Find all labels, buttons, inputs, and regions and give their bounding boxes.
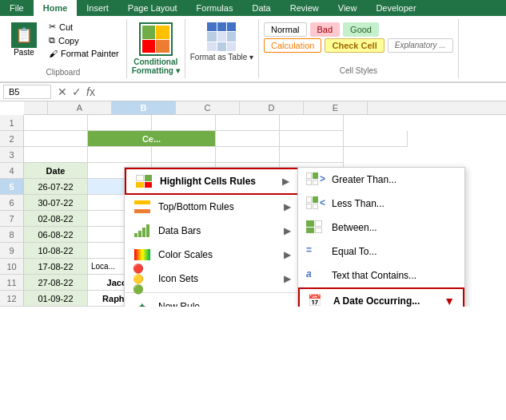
between-icon [306,220,325,235]
cf-menu-newrule[interactable]: ✦ New Rule... [125,295,299,307]
explanatory-style[interactable]: Explanatory ... [388,38,453,53]
topbottom-icon [133,200,152,214]
cell-c3[interactable] [152,147,216,163]
paste-button[interactable]: 📋 Paste [5,21,43,59]
cell-d3[interactable] [216,147,280,163]
tab-home[interactable]: Home [34,0,78,16]
tab-insert[interactable]: Insert [77,0,118,16]
row-header-9: 9 [0,243,24,259]
submenu-date-occurring[interactable]: 📅 A Date Occurring... ▼ [298,287,464,307]
cf-icon [139,22,173,56]
name-box[interactable] [3,85,51,99]
cell-a8[interactable]: 06-08-22 [24,227,88,243]
format-painter-button[interactable]: 🖌 Format Painter [46,48,122,59]
highlight-cells-label: Highlight Cells Rules [160,176,256,187]
function-icon[interactable]: fx [86,85,95,98]
submenu-text-contains[interactable]: a Text that Contains... [298,263,464,287]
cell-e1[interactable] [280,115,344,131]
styles-group: Normal Bad Good Calculation Check Cell E… [259,19,459,78]
submenu-greater-than[interactable]: > Greater Than... [298,168,464,192]
format-as-table-button[interactable]: Format as Table ▾ [185,19,259,78]
tab-file[interactable]: File [0,0,34,16]
formula-input[interactable] [102,87,503,97]
equal-to-label: Equal To... [332,246,377,257]
cell-a3[interactable] [24,147,88,163]
cf-menu-highlight-cells[interactable]: Highlight Cells Rules ▶ [125,168,299,195]
submenu-between[interactable]: Between... [298,216,464,240]
row-header-2: 2 [0,131,24,147]
cell-d1[interactable] [216,115,280,131]
copy-icon: ⧉ [49,35,55,46]
cell-a9[interactable]: 10-08-22 [24,243,88,259]
cell-e2[interactable] [344,131,408,147]
cell-a10[interactable]: 17-08-22 [24,259,88,275]
copy-button[interactable]: ⧉ Copy [46,34,122,46]
cell-a5[interactable]: 26-07-22 [24,179,88,195]
cell-a12[interactable]: 01-09-22 [24,291,88,307]
calculation-style[interactable]: Calculation [264,38,321,53]
cell-c2[interactable] [216,131,280,147]
tab-view[interactable]: View [329,0,367,16]
tab-developer[interactable]: Developer [366,0,425,16]
normal-style[interactable]: Normal [264,22,306,37]
colorscales-label: Color Scales [158,249,213,260]
col-header-d: D [240,101,304,114]
highlight-cells-arrow: ▶ [282,176,289,187]
cell-c1[interactable] [152,115,216,131]
iconsets-arrow: ▶ [284,273,291,284]
submenu-less-than[interactable]: < Less Than... [298,192,464,216]
cell-e3[interactable] [280,147,344,163]
colorscales-icon [133,248,152,262]
colorscale-preview [134,249,150,260]
cell-b2[interactable]: Ce... [88,131,216,147]
topbottom-label: Top/Bottom Rules [158,201,234,212]
clipboard-group: 📋 Paste ✂ Cut ⧉ Copy 🖌 Format Painter [0,19,127,78]
formula-bar: ✕ ✓ fx [0,83,506,101]
paint-brush-icon: 🖌 [49,49,58,58]
cf-label: ConditionalFormatting ▾ [132,57,180,75]
row-header-1: 1 [0,115,24,131]
cf-submenu[interactable]: > Greater Than... < [297,167,465,307]
date-occurring-label: A Date Occurring... [333,295,420,307]
cell-b3[interactable] [88,147,152,163]
cell-a7[interactable]: 02-08-22 [24,211,88,227]
cell-a2[interactable] [24,131,88,147]
tab-page-layout[interactable]: Page Layout [118,0,187,16]
cell-a11[interactable]: 27-08-22 [24,275,88,291]
row-header-10: 10 [0,259,24,275]
good-style[interactable]: Good [343,22,379,37]
fat-label-text: Format as Table [190,53,248,61]
cut-button[interactable]: ✂ Cut [46,21,122,33]
confirm-icon[interactable]: ✓ [72,85,82,98]
tab-review[interactable]: Review [281,0,329,16]
cf-menu-iconsets[interactable]: 🔴🟡🟢 Icon Sets ▶ [125,267,299,291]
bad-style[interactable]: Bad [310,22,341,37]
greater-than-label: Greater Than... [332,174,396,185]
cell-d2[interactable] [280,131,344,147]
cf-dropdown-menu[interactable]: Highlight Cells Rules ▶ Top/Bottom Rules… [124,167,300,307]
cell-a1[interactable] [24,115,88,131]
less-than-icon: < [306,196,325,211]
cell-b1[interactable] [88,115,152,131]
cell-a4[interactable]: Date [24,163,88,179]
colorscales-arrow: ▶ [284,249,291,260]
check-cell-style[interactable]: Check Cell [325,38,384,53]
fat-arrow: ▾ [249,53,253,61]
styles-label: Cell Styles [264,66,453,75]
iconsets-label: Icon Sets [158,273,198,284]
cf-menu-databars[interactable]: Data Bars ▶ [125,219,299,243]
iconsets-icon: 🔴🟡🟢 [133,271,152,286]
cancel-icon[interactable]: ✕ [58,85,67,98]
tab-formulas[interactable]: Formulas [187,0,243,16]
tab-data[interactable]: Data [242,0,280,16]
conditional-formatting-button[interactable]: ConditionalFormatting ▾ [127,19,185,78]
row-header-5: 5 [0,179,24,195]
newrule-label: New Rule... [158,301,208,307]
cell-a6[interactable]: 30-07-22 [24,195,88,211]
row-header-7: 7 [0,211,24,227]
cf-icon-cell-4 [156,40,169,53]
cf-menu-topbottom[interactable]: Top/Bottom Rules ▶ [125,195,299,219]
submenu-equal-to[interactable]: = Equal To... [298,240,464,263]
iconsets-preview: 🔴🟡🟢 [133,263,152,295]
style-row-2: Calculation Check Cell Explanatory ... [264,38,453,53]
